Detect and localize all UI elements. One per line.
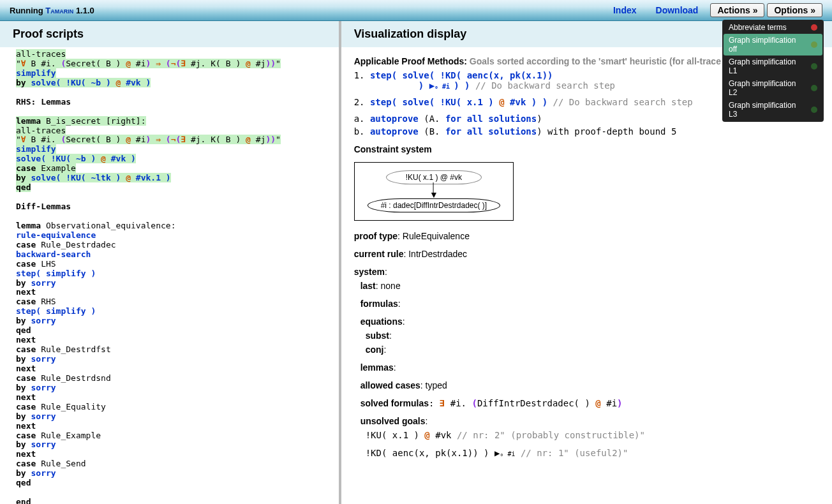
backward-search-link[interactable]: backward-search	[16, 249, 91, 259]
sorry-link[interactable]: sorry	[31, 383, 56, 392]
diff-lemmas-header: Diff-Lemmas	[16, 202, 339, 212]
status-dot-icon	[811, 63, 817, 70]
solve-link[interactable]: solve( !KU( ~b ) @ #vk )	[31, 78, 151, 87]
line: all-traces	[16, 49, 66, 59]
app-title: Running Tamarin 1.1.0	[10, 6, 94, 15]
graph-node-bottom: #i : dadec[DiffIntrDestrdadec( )]	[368, 198, 501, 212]
constraint-graph: !KU( x.1 ) @ #vk │▼ #i : dadec[DiffIntrD…	[354, 162, 514, 221]
simplify-link[interactable]: simplify	[16, 68, 56, 78]
options-menu-item[interactable]: Graph simplification L3	[724, 99, 822, 121]
solve-link[interactable]: solve( !KU( ~ltk ) @ #vk.1 )	[31, 173, 170, 182]
step-link[interactable]: step( simplify )	[16, 269, 96, 278]
unsolved-goal-1: !KU( x.1 ) @ #vk // nr: 2" (probably con…	[366, 430, 819, 440]
options-menu-item[interactable]: Abbreviate terms	[724, 21, 822, 34]
download-link[interactable]: Download	[656, 5, 699, 15]
actions-button[interactable]: Actions »	[710, 3, 764, 17]
proof-scripts-header: Proof scripts	[0, 21, 339, 47]
solve-link[interactable]: solve( !KU( ~b ) @ #vk )	[16, 154, 136, 163]
status-dot-icon	[811, 85, 817, 91]
options-button[interactable]: Options »	[767, 3, 822, 17]
simplify-link[interactable]: simplify	[16, 144, 56, 154]
method-b[interactable]: b. autoprove (B. for all solutions) with…	[354, 126, 819, 137]
apm-label: Applicable Proof Methods:	[354, 56, 470, 66]
arrow-down-icon: │▼	[429, 184, 438, 198]
sorry-link[interactable]: sorry	[31, 278, 56, 288]
sorry-link[interactable]: sorry	[31, 440, 56, 449]
sorry-link[interactable]: sorry	[31, 468, 56, 478]
options-menu-item[interactable]: Graph simplification L2	[724, 77, 822, 99]
options-dropdown[interactable]: Abbreviate termsGraph simplification off…	[722, 20, 824, 122]
constraint-system-header: Constraint system	[354, 144, 432, 154]
rule-equivalence-link[interactable]: rule-equivalence	[16, 231, 339, 241]
status-dot-icon	[811, 41, 817, 48]
status-dot-icon	[811, 107, 817, 113]
options-menu-item[interactable]: Graph simplification L1	[724, 56, 822, 77]
apm-desc: Goals sorted according to the 'smart' he…	[470, 56, 754, 66]
step-link[interactable]: step( simplify )	[16, 306, 96, 316]
sorry-link[interactable]: sorry	[31, 354, 56, 364]
proof-scripts-pane: Proof scripts all-traces "∀ B #i. (Secre…	[0, 21, 341, 504]
status-dot-icon	[811, 24, 817, 31]
index-link[interactable]: Index	[613, 5, 637, 15]
sorry-link[interactable]: sorry	[31, 411, 56, 421]
rhs-lemmas-header: RHS: Lemmas	[16, 98, 339, 107]
proof-script-body[interactable]: all-traces "∀ B #i. (Secret( B ) @ #i) ⇒…	[0, 47, 339, 504]
sorry-link[interactable]: sorry	[31, 316, 56, 325]
topbar: Running Tamarin 1.1.0 Index Download Act…	[0, 0, 832, 21]
options-menu-item[interactable]: Graph simplification off	[724, 34, 822, 56]
unsolved-goal-2: !KD( aenc(x, pk(x.1)) ) ▶₀ #i // nr: 1" …	[366, 448, 819, 458]
